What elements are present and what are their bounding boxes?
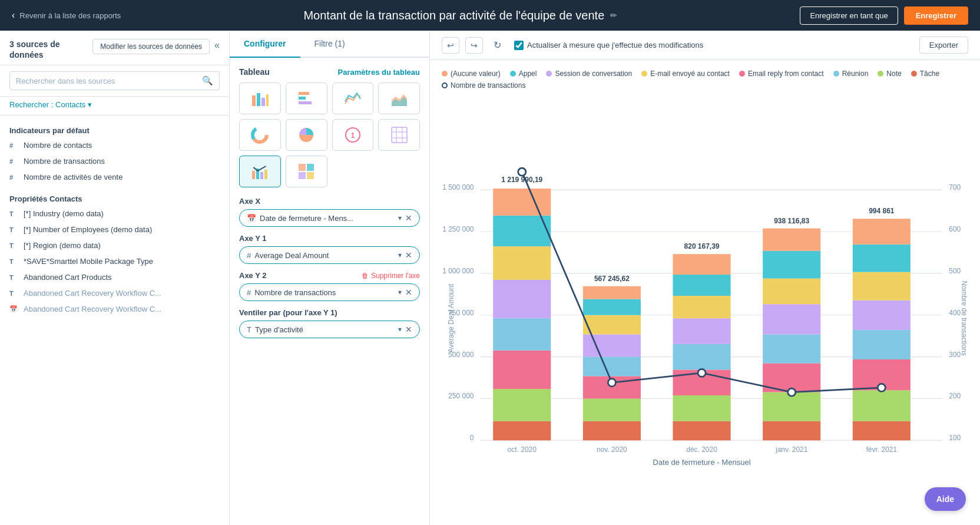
prop-type: 📅 bbox=[9, 305, 18, 313]
axis-x-close-icon[interactable]: ✕ bbox=[405, 213, 412, 223]
svg-rect-20 bbox=[252, 171, 255, 179]
svg-text:févr. 2021: févr. 2021 bbox=[866, 445, 897, 454]
list-item[interactable]: # Nombre de activités de vente bbox=[0, 169, 229, 185]
legend-dot bbox=[510, 71, 516, 77]
chart-type-line[interactable] bbox=[332, 82, 374, 114]
list-item[interactable]: T Abandoned Cart Recovery Workflow C... bbox=[0, 285, 229, 301]
prop-type: # bbox=[9, 174, 18, 181]
delete-axis-button[interactable]: 🗑 Supprimer l'axe bbox=[362, 272, 420, 280]
chart-svg-container: 0 250 000 500 000 750 000 1 000 000 1 25… bbox=[442, 97, 968, 501]
svg-rect-70 bbox=[673, 395, 730, 421]
list-item[interactable]: T *SAVE*Smarttel Mobile Package Type bbox=[0, 253, 229, 269]
prop-type: T bbox=[9, 226, 18, 233]
chart-svg: 0 250 000 500 000 750 000 1 000 000 1 25… bbox=[442, 97, 968, 501]
svg-rect-55 bbox=[493, 280, 551, 318]
collapse-icon[interactable]: « bbox=[214, 40, 220, 51]
svg-rect-26 bbox=[299, 172, 306, 179]
svg-rect-88 bbox=[853, 390, 911, 421]
svg-rect-2 bbox=[261, 98, 265, 106]
chevron-down-icon: ▾ bbox=[398, 214, 402, 222]
chart-type-donut[interactable] bbox=[239, 119, 281, 151]
chevron-down-icon-y1: ▾ bbox=[398, 251, 402, 259]
save-button[interactable]: Enregistrer bbox=[904, 6, 968, 25]
svg-rect-65 bbox=[583, 315, 641, 335]
prop-name: *SAVE*Smarttel Mobile Package Type bbox=[24, 257, 153, 266]
svg-text:700: 700 bbox=[949, 183, 961, 191]
chart-type-grid[interactable] bbox=[378, 119, 420, 151]
modify-sources-button[interactable]: Modifier les sources de données bbox=[92, 39, 210, 54]
tabs: Configurer Filtre (1) bbox=[230, 31, 429, 58]
legend-label: Réunion bbox=[842, 70, 869, 78]
properties-list: Indicateurs par défaut # Nombre de conta… bbox=[0, 115, 229, 525]
search-filter: Rechercher : Contacts ▾ bbox=[0, 97, 229, 115]
list-item[interactable]: T [*] Region (demo data) bbox=[0, 237, 229, 253]
ventiler-label: Ventiler par (pour l'axe Y 1) bbox=[239, 308, 420, 317]
list-item[interactable]: T [*] Industry (demo data) bbox=[0, 206, 229, 222]
chart-type-pie[interactable] bbox=[286, 119, 327, 151]
prop-name: Abandoned Cart Products bbox=[24, 273, 112, 282]
svg-text:janv. 2021: janv. 2021 bbox=[775, 445, 808, 454]
list-item[interactable]: T Abandoned Cart Products bbox=[0, 269, 229, 285]
legend-item-note: Note bbox=[878, 70, 901, 78]
chart-type-area[interactable] bbox=[378, 82, 420, 114]
list-item[interactable]: T [*] Number of Employees (demo data) bbox=[0, 222, 229, 237]
svg-rect-3 bbox=[266, 94, 269, 106]
svg-text:250 000: 250 000 bbox=[448, 392, 474, 400]
params-link[interactable]: Paramètres du tableau bbox=[338, 68, 420, 77]
edit-icon[interactable]: ✏ bbox=[610, 11, 617, 20]
panel-content: Tableau Paramètres du tableau bbox=[230, 58, 429, 525]
prop-name: Nombre de transactions bbox=[24, 157, 105, 166]
svg-rect-69 bbox=[673, 421, 730, 441]
ventiler-value: Type d'activité bbox=[255, 325, 395, 334]
list-item[interactable]: 📅 Abandoned Cart Recovery Workflow C... bbox=[0, 301, 229, 317]
axis-y2-value: Nombre de transactions bbox=[254, 288, 395, 297]
tab-configurer[interactable]: Configurer bbox=[230, 31, 300, 58]
svg-text:100: 100 bbox=[949, 434, 961, 442]
svg-rect-25 bbox=[307, 164, 314, 171]
ventiler-close-icon[interactable]: ✕ bbox=[405, 325, 412, 334]
chart-type-bar[interactable] bbox=[239, 82, 281, 114]
axis-x-select[interactable]: 📅 Date de fermeture - Mens... ▾ ✕ bbox=[239, 209, 420, 227]
axis-y1-close-icon[interactable]: ✕ bbox=[405, 250, 412, 260]
svg-rect-85 bbox=[763, 229, 820, 251]
refresh-button[interactable]: ↻ bbox=[489, 37, 506, 54]
axis-y2-close-icon[interactable]: ✕ bbox=[405, 288, 412, 297]
prop-name: [*] Industry (demo data) bbox=[24, 209, 104, 218]
chart-type-combo[interactable] bbox=[239, 156, 281, 187]
section-title-indicateurs: Indicateurs par défaut bbox=[0, 121, 229, 137]
back-button[interactable]: ‹ Revenir à la liste des rapports bbox=[12, 10, 121, 21]
svg-text:Date de fermeture - Mensuel: Date de fermeture - Mensuel bbox=[653, 458, 751, 467]
search-input[interactable] bbox=[16, 77, 202, 85]
search-filter-value[interactable]: Contacts ▾ bbox=[55, 100, 92, 109]
auto-refresh-checkbox[interactable] bbox=[514, 41, 524, 50]
svg-rect-23 bbox=[264, 170, 267, 179]
axis-y2-select[interactable]: # Nombre de transactions ▾ ✕ bbox=[239, 283, 420, 301]
prop-type: T bbox=[9, 210, 18, 217]
svg-text:1 500 000: 1 500 000 bbox=[442, 183, 474, 191]
svg-text:938 116,83: 938 116,83 bbox=[774, 217, 809, 225]
chart-type-hbar[interactable] bbox=[286, 82, 327, 114]
chart-toolbar: ↩ ↪ ↻ Actualiser à mesure que j'effectue… bbox=[430, 31, 980, 60]
ventiler-select[interactable]: T Type d'activité ▾ ✕ bbox=[239, 321, 420, 338]
svg-rect-81 bbox=[763, 334, 820, 363]
calendar-icon: 📅 bbox=[247, 214, 256, 223]
redo-button[interactable]: ↪ bbox=[465, 37, 483, 54]
svg-text:400: 400 bbox=[949, 309, 961, 317]
svg-rect-75 bbox=[673, 275, 730, 296]
list-item[interactable]: # Nombre de transactions bbox=[0, 153, 229, 169]
legend-dot bbox=[739, 71, 745, 77]
section-title-contacts: Propriétés Contacts bbox=[0, 190, 229, 206]
chart-type-pivot[interactable] bbox=[286, 156, 327, 187]
export-button[interactable]: Exporter bbox=[919, 37, 968, 54]
list-item[interactable]: # Nombre de contacts bbox=[0, 137, 229, 153]
save-as-button[interactable]: Enregistrer en tant que bbox=[800, 6, 898, 25]
tab-filtre[interactable]: Filtre (1) bbox=[300, 31, 359, 58]
svg-rect-1 bbox=[257, 93, 260, 106]
undo-button[interactable]: ↩ bbox=[442, 37, 459, 54]
svg-rect-73 bbox=[673, 318, 730, 344]
legend-item-transactions: Nombre de transactions bbox=[442, 81, 525, 90]
chart-type-number[interactable]: 1 bbox=[332, 119, 374, 151]
prop-type: T bbox=[9, 258, 18, 265]
aide-button[interactable]: Aide bbox=[925, 487, 966, 511]
axis-y1-select[interactable]: # Average Deal Amount ▾ ✕ bbox=[239, 246, 420, 264]
